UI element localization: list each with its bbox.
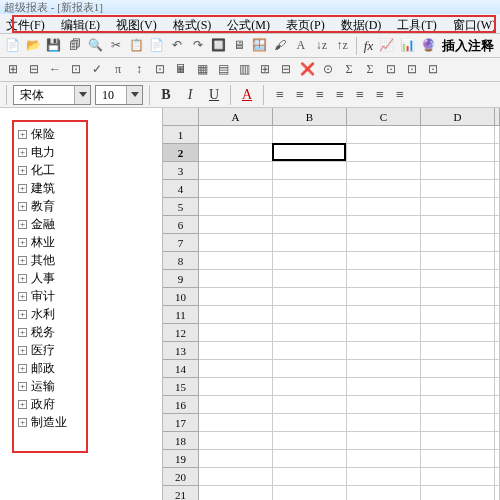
- cell[interactable]: [273, 396, 347, 414]
- expand-icon[interactable]: +: [18, 328, 27, 337]
- cell[interactable]: [421, 126, 495, 144]
- row-header[interactable]: 1: [163, 126, 199, 144]
- tree-node[interactable]: +政府: [16, 395, 84, 413]
- cell[interactable]: [347, 252, 421, 270]
- row-header[interactable]: 4: [163, 180, 199, 198]
- cell[interactable]: [199, 378, 273, 396]
- menu-item[interactable]: 公式(M): [223, 15, 274, 32]
- row-header[interactable]: 3: [163, 162, 199, 180]
- cell[interactable]: [421, 396, 495, 414]
- cell[interactable]: [421, 234, 495, 252]
- row-header[interactable]: 17: [163, 414, 199, 432]
- spreadsheet[interactable]: ABCD 12345678910111213141516171819202122…: [163, 108, 500, 500]
- cell[interactable]: [347, 432, 421, 450]
- toolbar-button[interactable]: ▤: [214, 61, 232, 79]
- row-header[interactable]: 19: [163, 450, 199, 468]
- tree-node[interactable]: +制造业: [16, 413, 84, 431]
- cell[interactable]: [495, 414, 500, 432]
- menu-item[interactable]: 视图(V): [112, 15, 161, 32]
- tree-node[interactable]: +金融: [16, 215, 84, 233]
- toolbar-button[interactable]: ⊞: [256, 61, 274, 79]
- cell[interactable]: [495, 324, 500, 342]
- cell[interactable]: [347, 216, 421, 234]
- row-header[interactable]: 20: [163, 468, 199, 486]
- toolbar-button[interactable]: Σ: [361, 61, 379, 79]
- cell[interactable]: [495, 450, 500, 468]
- toolbar-button[interactable]: 🔮: [419, 37, 437, 55]
- cell[interactable]: [421, 342, 495, 360]
- cell[interactable]: [347, 288, 421, 306]
- cell[interactable]: [495, 126, 500, 144]
- cell[interactable]: [347, 306, 421, 324]
- expand-icon[interactable]: +: [18, 292, 27, 301]
- cell[interactable]: [421, 162, 495, 180]
- cell[interactable]: [199, 468, 273, 486]
- cell[interactable]: [421, 360, 495, 378]
- menu-item[interactable]: 数据(D): [337, 15, 386, 32]
- row-header[interactable]: 11: [163, 306, 199, 324]
- cell[interactable]: [495, 288, 500, 306]
- toolbar-button[interactable]: ↶: [169, 37, 187, 55]
- menu-item[interactable]: 编辑(E): [57, 15, 104, 32]
- cell[interactable]: [421, 468, 495, 486]
- cell[interactable]: [495, 180, 500, 198]
- cell[interactable]: [347, 360, 421, 378]
- tree-node[interactable]: +化工: [16, 161, 84, 179]
- toolbar-button[interactable]: 📂: [25, 37, 43, 55]
- toolbar-button[interactable]: 🖩: [172, 61, 190, 79]
- font-combo[interactable]: 宋体: [13, 85, 91, 105]
- cell[interactable]: [347, 234, 421, 252]
- expand-icon[interactable]: +: [18, 184, 27, 193]
- cell[interactable]: [199, 450, 273, 468]
- cell[interactable]: [421, 414, 495, 432]
- toolbar-button[interactable]: ⊙: [319, 61, 337, 79]
- menu-item[interactable]: 表页(P): [282, 15, 329, 32]
- italic-button[interactable]: I: [180, 85, 200, 105]
- cell[interactable]: [199, 180, 273, 198]
- cell[interactable]: [199, 126, 273, 144]
- toolbar-button[interactable]: ✓: [88, 61, 106, 79]
- expand-icon[interactable]: +: [18, 166, 27, 175]
- cell[interactable]: [199, 144, 273, 162]
- cell[interactable]: [273, 414, 347, 432]
- toolbar-button[interactable]: ⊡: [382, 61, 400, 79]
- cell[interactable]: [273, 252, 347, 270]
- cell[interactable]: [199, 234, 273, 252]
- expand-icon[interactable]: +: [18, 310, 27, 319]
- toolbar-button[interactable]: Σ: [340, 61, 358, 79]
- cell[interactable]: [347, 180, 421, 198]
- bold-button[interactable]: B: [156, 85, 176, 105]
- cell[interactable]: [199, 216, 273, 234]
- fx-button[interactable]: fx: [362, 38, 375, 54]
- cell[interactable]: [273, 432, 347, 450]
- cell[interactable]: [421, 378, 495, 396]
- cell[interactable]: [347, 198, 421, 216]
- cell[interactable]: [199, 396, 273, 414]
- cell[interactable]: [347, 414, 421, 432]
- cell[interactable]: [495, 198, 500, 216]
- row-header[interactable]: 5: [163, 198, 199, 216]
- cell[interactable]: [495, 144, 500, 162]
- column-header[interactable]: C: [347, 108, 421, 126]
- dropdown-icon[interactable]: [74, 86, 90, 104]
- toolbar-button[interactable]: ⊡: [424, 61, 442, 79]
- row-header[interactable]: 10: [163, 288, 199, 306]
- cell[interactable]: [273, 162, 347, 180]
- cell[interactable]: [495, 486, 500, 500]
- cell[interactable]: [421, 432, 495, 450]
- expand-icon[interactable]: +: [18, 346, 27, 355]
- tree-node[interactable]: +医疗: [16, 341, 84, 359]
- toolbar-button[interactable]: 📄: [148, 37, 166, 55]
- row-header[interactable]: 14: [163, 360, 199, 378]
- cell[interactable]: [347, 378, 421, 396]
- toolbar-button[interactable]: 🗐: [66, 37, 84, 55]
- cell[interactable]: [495, 162, 500, 180]
- tree-node[interactable]: +人事: [16, 269, 84, 287]
- tree-node[interactable]: +运输: [16, 377, 84, 395]
- expand-icon[interactable]: +: [18, 364, 27, 373]
- cell[interactable]: [273, 468, 347, 486]
- cell[interactable]: [273, 342, 347, 360]
- dropdown-icon[interactable]: [126, 86, 142, 104]
- tree-node[interactable]: +水利: [16, 305, 84, 323]
- cell[interactable]: [421, 270, 495, 288]
